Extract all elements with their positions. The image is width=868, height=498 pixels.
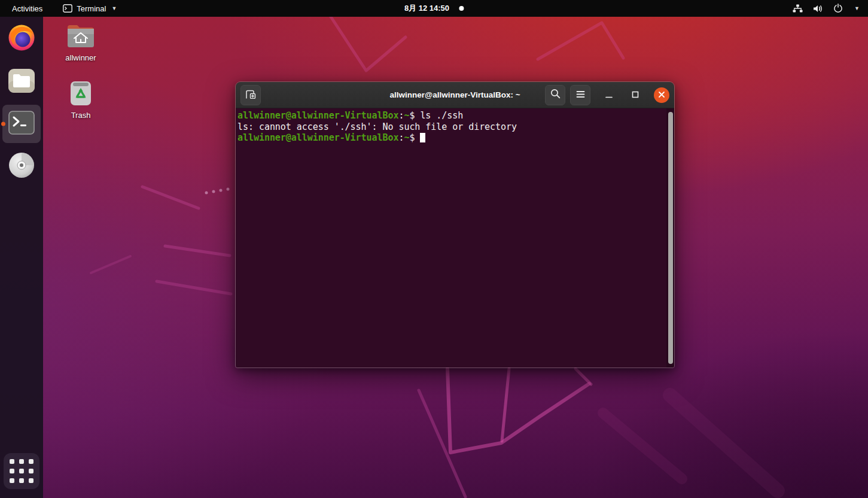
terminal-content-area[interactable]: allwinner@allwinner-VirtualBox:~$ ls ./s… xyxy=(236,108,674,368)
terminal-cursor xyxy=(420,133,425,142)
firefox-icon xyxy=(7,23,36,54)
power-icon xyxy=(833,4,843,13)
chevron-down-icon: ▼ xyxy=(854,5,860,11)
clock-button[interactable]: 8月 12 14:50 xyxy=(404,3,464,14)
app-menu-terminal[interactable]: Terminal ▼ xyxy=(58,2,121,15)
terminal-titlebar[interactable]: allwinner@allwinner-VirtualBox: ~ xyxy=(236,82,674,108)
system-status-area[interactable]: ▼ xyxy=(793,4,868,13)
terminal-output: allwinner@allwinner-VirtualBox:~$ ls ./s… xyxy=(237,110,665,144)
home-folder-icon xyxy=(66,23,96,51)
dock-item-files[interactable] xyxy=(0,61,43,103)
show-applications-grid-icon xyxy=(4,453,39,489)
terminal-line: allwinner@allwinner-VirtualBox:~$ xyxy=(237,132,665,144)
top-bar: Activities Terminal ▼ 8月 12 14:50 ▼ xyxy=(0,0,868,17)
scrollbar-thumb[interactable] xyxy=(668,112,673,364)
dock-item-show-applications[interactable] xyxy=(0,447,43,496)
recording-indicator-dot xyxy=(459,6,464,11)
dock-item-optical-disk[interactable] xyxy=(0,145,43,188)
files-icon xyxy=(7,68,36,96)
menu-button[interactable] xyxy=(570,85,590,105)
desktop-icon-label: allwinner xyxy=(65,53,96,62)
close-button[interactable] xyxy=(654,87,669,103)
network-wired-icon xyxy=(793,4,803,13)
dock-item-terminal[interactable] xyxy=(0,103,43,145)
terminal-icon xyxy=(7,110,36,138)
activities-button[interactable]: Activities xyxy=(7,2,47,15)
window-title: allwinner@allwinner-VirtualBox: ~ xyxy=(389,90,520,99)
chevron-down-icon: ▼ xyxy=(111,5,117,11)
close-icon xyxy=(658,90,665,101)
desktop-icon-home-folder[interactable]: allwinner xyxy=(55,23,106,62)
dock-item-firefox[interactable] xyxy=(0,17,43,61)
minimize-button[interactable] xyxy=(601,87,617,103)
maximize-button[interactable] xyxy=(628,87,643,103)
activities-label: Activities xyxy=(12,4,42,13)
minimize-icon xyxy=(605,90,613,101)
maximize-icon xyxy=(632,90,639,101)
running-indicator-dot xyxy=(1,122,5,126)
trash-icon xyxy=(67,79,95,109)
optical-disk-icon xyxy=(8,151,35,181)
app-menu-label: Terminal xyxy=(77,4,106,13)
search-icon xyxy=(550,89,561,101)
terminal-mini-icon xyxy=(63,4,72,13)
terminal-line: allwinner@allwinner-VirtualBox:~$ ls ./s… xyxy=(237,110,665,122)
new-tab-icon xyxy=(245,89,256,101)
terminal-line: ls: cannot access './ssh': No such file … xyxy=(237,122,665,133)
new-tab-button[interactable] xyxy=(240,85,261,105)
terminal-window: allwinner@allwinner-VirtualBox: ~ xyxy=(235,81,675,368)
desktop-icon-trash[interactable]: Trash xyxy=(55,79,106,120)
dock xyxy=(0,17,43,498)
hamburger-menu-icon xyxy=(576,90,585,101)
volume-icon xyxy=(813,4,823,13)
desktop-icon-label: Trash xyxy=(71,111,91,120)
clock-label: 8月 12 14:50 xyxy=(404,3,449,14)
search-button[interactable] xyxy=(545,85,565,105)
